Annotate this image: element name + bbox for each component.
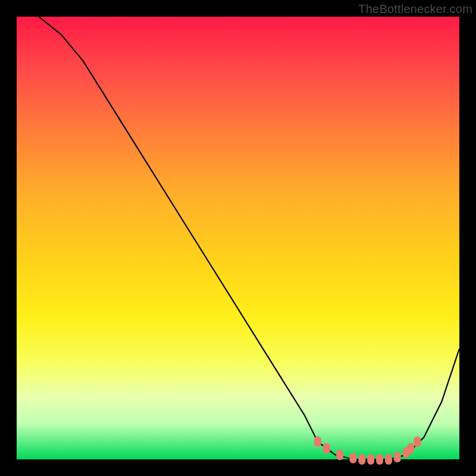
marker-dot [385, 454, 392, 465]
marker-dot [336, 450, 343, 461]
bottleneck-curve-line [39, 17, 459, 459]
marker-dot [414, 436, 421, 447]
marker-dot [376, 454, 383, 465]
marker-dot [407, 443, 414, 453]
chart-plot-area [17, 17, 459, 459]
marker-dot [358, 454, 365, 465]
chart-svg [17, 17, 459, 459]
marker-dot [323, 443, 330, 453]
marker-dot [394, 452, 401, 462]
marker-dot [349, 453, 356, 464]
marker-dot [314, 436, 321, 447]
watermark-text: TheBottlenecker.com [358, 2, 472, 16]
marker-dot [367, 454, 374, 465]
